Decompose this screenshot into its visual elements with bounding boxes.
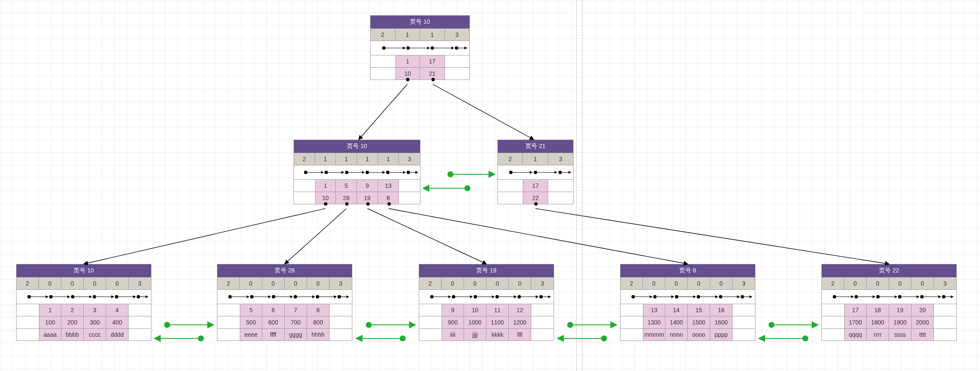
cell: 19 [889,304,911,316]
cell: ssss [889,329,911,341]
cell: oooo [688,329,710,341]
cell: 17 [523,180,548,192]
cell: 0 [240,278,262,289]
cell: nnnn [665,329,688,341]
cell: 1 [315,180,336,192]
node-header-row: 2 1 1 1 1 3 [294,153,420,165]
cell: 1 [315,153,336,165]
cell: 1 [336,153,357,165]
node-title: 页号 10 [294,140,420,153]
cell: 0 [61,278,84,289]
cell: 14 [665,304,688,316]
linked-list-row [498,165,573,180]
svg-point-22 [324,202,327,206]
cell: 800 [307,316,329,328]
cell: 3 [84,304,106,316]
cell: 3 [129,278,151,289]
svg-point-32 [534,202,538,206]
cell: 1500 [688,316,710,328]
cell: 3 [934,278,956,289]
cell: rrrr [867,329,889,341]
node-mid-right[interactable]: 页号 21 2 1 3 17 [497,140,574,204]
node-header-row: 200003 [217,278,352,290]
cell: 0 [665,278,688,289]
cell: 0 [464,278,486,289]
cell: 13 [643,304,665,316]
cell: ffff [262,329,285,341]
linked-list-row [620,290,755,304]
cell: 1 [420,29,445,41]
cell: 1300 [643,316,665,328]
cell: 2000 [911,316,934,328]
cell: 1000 [464,316,486,328]
cell: tttt [911,329,934,341]
node-header-row: 2 1 1 3 [371,29,469,41]
cell: 17 [420,55,445,67]
cell: 13 [378,180,399,192]
cell: 8 [307,304,329,316]
cell: 0 [39,278,61,289]
cell: 2 [217,278,240,289]
cell: 1400 [665,316,688,328]
svg-point-25 [387,202,391,206]
cell: 1 [357,153,378,165]
cell: 700 [285,316,307,328]
linked-list-row [419,290,554,304]
cell: gggg [285,329,307,341]
svg-point-23 [345,202,349,206]
cell: 3 [548,153,573,165]
cell: eeee [240,329,262,341]
node-title: 页号 8 [620,264,755,278]
cell: 1200 [509,316,531,328]
cell: 9 [442,304,464,316]
cell: 0 [106,278,129,289]
cell: 500 [240,316,262,328]
node-header-row: 2 1 3 [498,153,573,165]
node-mid-left[interactable]: 页号 10 2 1 1 1 1 3 [294,140,420,204]
node-leaf-5[interactable]: 页号 22200003171819201700180019002000qqqqr… [821,264,957,341]
cell: 200 [61,316,84,328]
cell: 600 [262,316,285,328]
cell: 17 [844,304,867,316]
cell: 0 [844,278,867,289]
node-title: 页号 10 [371,16,469,29]
cell: 4 [106,304,129,316]
node-leaf-4[interactable]: 页号 8200003131415161300140015001600mmmmnn… [620,264,755,341]
cell: 0 [688,278,710,289]
node-leaf-3[interactable]: 页号 192000039101112900100011001200iiiijjj… [419,264,554,341]
cell: 0 [710,278,733,289]
cell: 0 [262,278,285,289]
cell: 2 [498,153,523,165]
cell: 1800 [867,316,889,328]
cell: 3 [445,29,470,41]
cell: 15 [688,304,710,316]
linked-list-row [371,41,469,55]
svg-point-24 [366,202,370,206]
node-header-row: 200003 [16,278,151,290]
cell: 300 [84,316,106,328]
svg-point-9 [431,78,435,81]
canvas[interactable]: 页号 10 2 1 1 3 1 17 [0,0,980,371]
cell: 12 [509,304,531,316]
linked-list-row [16,290,151,304]
cell: 3 [329,278,352,289]
cell: 3 [531,278,554,289]
node-leaf-2[interactable]: 页号 282000035678500600700800eeeeffffggggh… [217,264,352,341]
cell: 6 [262,304,285,316]
cell: cccc [84,329,106,341]
node-title: 页号 28 [217,264,352,278]
node-header-row: 200003 [620,278,755,290]
node-root[interactable]: 页号 10 2 1 1 3 1 17 [370,15,470,80]
cell: 0 [285,278,307,289]
cell: 9 [357,180,378,192]
cell: 0 [867,278,889,289]
cell: 5 [336,180,357,192]
cell: 20 [911,304,934,316]
cell: jjjj [464,329,486,341]
linked-list-row [822,290,956,304]
cell: 0 [84,278,106,289]
node-leaf-1[interactable]: 页号 102000031234100200300400aaaabbbbccccd… [16,264,151,341]
cell: 10 [464,304,486,316]
cell: 2 [620,278,643,289]
cell: 3 [399,153,420,165]
